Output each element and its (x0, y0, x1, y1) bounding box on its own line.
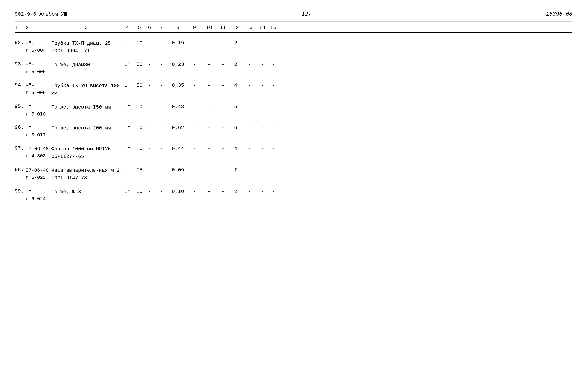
row-col14: - (257, 188, 268, 194)
row-col14: - (257, 61, 268, 67)
row-col10: - (202, 124, 216, 130)
row-col15: - (268, 167, 279, 173)
row-code: I7-06-48п.6-023 (26, 167, 51, 181)
row-col12: 2 (229, 40, 242, 46)
row-col10: - (202, 104, 216, 110)
row-num: 94. (15, 82, 26, 88)
row-col8: 0,IO (169, 188, 187, 194)
row-col10: - (202, 40, 216, 46)
row-col14: - (257, 167, 268, 173)
table-body: 92. -"-п.5-004 Трубка ТХ-П диам. 25 ГОСТ… (15, 36, 572, 206)
page-header: 902-9-6 Альбом УШ -127- 16396-08 (15, 11, 572, 17)
row-col5: IO (134, 61, 145, 67)
row-col6: - (145, 82, 154, 88)
table-row: 92. -"-п.5-004 Трубка ТХ-П диам. 25 ГОСТ… (15, 36, 572, 58)
col-header-8: 8 (169, 25, 187, 30)
row-col9: - (187, 167, 202, 173)
row-unit: шт (121, 188, 134, 194)
row-col15: - (268, 146, 279, 152)
table-row: 95. -"-п.5-OIO То же, высота I50 мм шт I… (15, 100, 572, 121)
row-unit: шт (121, 104, 134, 110)
row-col11: - (216, 40, 229, 46)
table-row: 96. -"-п.5-OII То же, высота 200 мм шт I… (15, 121, 572, 142)
row-num: 97. (15, 146, 26, 151)
table-row: 99. -"-п.6-024 То же, № 3 шт I5 - - 0,IO… (15, 185, 572, 206)
row-col12: 4 (229, 146, 242, 152)
row-col6: - (145, 146, 154, 152)
table-row: 93. -"-п.5-005 То же, диам30 шт IO - - 0… (15, 58, 572, 79)
col-header-4: 4 (121, 25, 134, 30)
row-col8: 0,I9 (169, 40, 187, 46)
row-num: 93. (15, 61, 26, 67)
row-col10: - (202, 82, 216, 88)
row-code: -"-п.5-005 (26, 61, 51, 76)
col-header-12: I2 (229, 25, 242, 30)
row-col14: - (257, 104, 268, 110)
col-header-14: I4 (257, 25, 268, 30)
row-code: -"-п.5-OII (26, 124, 51, 139)
col-header-6: 6 (145, 25, 154, 30)
row-desc: То же, диам30 (51, 61, 121, 69)
row-col15: - (268, 61, 279, 67)
col-header-9: 9 (187, 25, 202, 30)
row-desc: Трубка ТХ-УО высота 100 мм (51, 82, 121, 97)
row-col9: - (187, 40, 202, 46)
row-num: 92. (15, 40, 26, 46)
row-col9: - (187, 82, 202, 88)
row-col12: 2 (229, 188, 242, 194)
row-desc: То же, высота I50 мм (51, 104, 121, 111)
col-header-2: 2 (26, 25, 51, 30)
row-unit: шт (121, 146, 134, 152)
row-col6: - (145, 40, 154, 46)
row-unit: шт (121, 40, 134, 46)
header-left: 902-9-6 Альбом УШ (15, 11, 67, 17)
row-code: -"-п.5-009 (26, 82, 51, 96)
row-col8: 0,44 (169, 146, 187, 152)
table-row: 97. I7-06-48п.4-303 Флакон 1000 мм МРТУ6… (15, 142, 572, 164)
col-header-3: 3 (51, 25, 121, 30)
row-col11: - (216, 188, 229, 194)
row-col14: - (257, 124, 268, 130)
row-col12: 6 (229, 124, 242, 130)
row-col6: - (145, 61, 154, 67)
row-col15: - (268, 188, 279, 194)
row-num: 98. (15, 167, 26, 172)
table-row: 94. -"-п.5-009 Трубка ТХ-УО высота 100 м… (15, 79, 572, 100)
row-col8: 0,48 (169, 104, 187, 110)
row-col8: 0,62 (169, 124, 187, 130)
row-col10: - (202, 61, 216, 67)
row-col7: - (154, 82, 169, 88)
row-col11: - (216, 167, 229, 173)
row-col12: 5 (229, 104, 242, 110)
col-header-1: I (15, 25, 26, 30)
row-desc: Трубка ТХ-П диам. 25 ГОСТ 9964--7I (51, 40, 121, 55)
row-col13: - (242, 167, 257, 173)
row-col8: 0,35 (169, 82, 187, 88)
row-col11: - (216, 146, 229, 152)
column-headers: I 2 3 4 5 6 7 8 9 IO II I2 I3 I4 I5 (15, 22, 572, 33)
row-col6: - (145, 167, 154, 173)
col-header-13: I3 (242, 25, 257, 30)
row-col13: - (242, 104, 257, 110)
row-num: 99. (15, 188, 26, 194)
row-col9: - (187, 146, 202, 152)
row-col9: - (187, 188, 202, 194)
row-col13: - (242, 188, 257, 194)
row-col5: IO (134, 40, 145, 46)
row-col15: - (268, 104, 279, 110)
row-code: -"-п.5-OIO (26, 104, 51, 118)
row-col7: - (154, 188, 169, 194)
row-col8: 0,09 (169, 167, 187, 173)
header-right: 16396-08 (546, 11, 572, 17)
row-desc: Чаша выпаритель-ная № 2 ГОСТ 9I47-73 (51, 167, 121, 182)
col-header-11: II (216, 25, 229, 30)
row-col5: I5 (134, 188, 145, 194)
header-center: -127- (298, 11, 315, 17)
row-col6: - (145, 124, 154, 130)
row-code: -"-п.5-004 (26, 40, 51, 54)
row-col5: IO (134, 82, 145, 88)
row-col11: - (216, 61, 229, 67)
row-col13: - (242, 124, 257, 130)
row-num: 95. (15, 104, 26, 109)
row-col13: - (242, 61, 257, 67)
